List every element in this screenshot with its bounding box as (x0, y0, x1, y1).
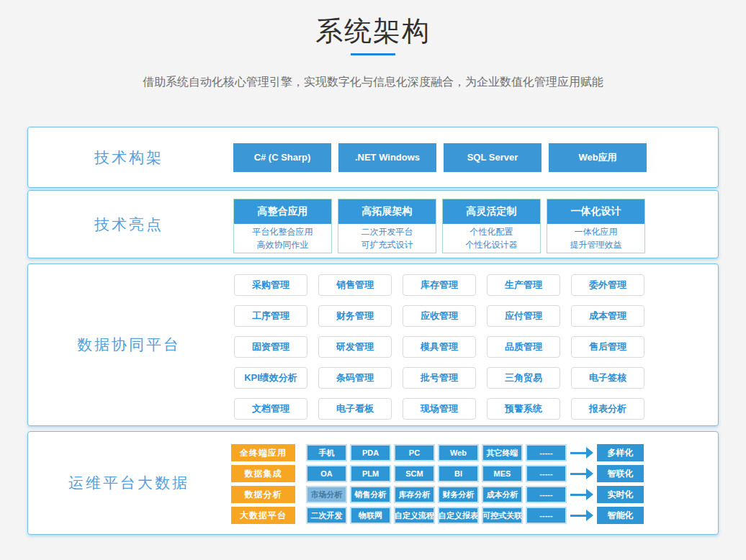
ops-item-button[interactable]: 自定义流程 (394, 507, 435, 524)
ops-result-button[interactable]: 多样化 (597, 444, 644, 461)
module-button[interactable]: 财务管理 (318, 305, 392, 327)
section-data-platform: 数据协同平台 采购管理 销售管理 库存管理 生产管理 委外管理 工序管理 财务管… (27, 263, 719, 426)
module-button[interactable]: 研发管理 (318, 336, 392, 358)
arrow-right-icon (570, 444, 594, 461)
module-button[interactable]: 工序管理 (234, 305, 307, 327)
ops-result-button[interactable]: 智联化 (597, 465, 644, 482)
highlight-card-title: 高拓展架构 (338, 199, 436, 224)
ops-item-button-more[interactable]: ----- (526, 444, 567, 461)
highlight-card-flexibility: 高灵活定制 个性化配置 个性化设计器 (442, 199, 541, 253)
module-button[interactable]: 现场管理 (403, 398, 476, 420)
ops-rows: 全终端应用 手机 PDA PC Web 其它终端 ----- 多样化 数据集成 … (231, 444, 644, 528)
module-button[interactable]: 委外管理 (571, 274, 644, 296)
module-button[interactable]: 生产管理 (487, 274, 560, 296)
ops-item-button[interactable]: OA (306, 465, 347, 482)
module-grid: 采购管理 销售管理 库存管理 生产管理 委外管理 工序管理 财务管理 应收管理 … (234, 274, 644, 420)
ops-item-button[interactable]: MES (482, 465, 523, 482)
ops-item-button[interactable]: 自定义报表 (438, 507, 479, 524)
ops-items: 二次开发 物联网 自定义流程 自定义报表 可控式关联 ----- (306, 507, 567, 524)
highlight-card-integration: 高整合应用 平台化整合应用 高效协同作业 (233, 199, 332, 253)
ops-item-button[interactable]: BI (438, 465, 479, 482)
module-button[interactable]: 采购管理 (234, 274, 307, 296)
section-highlights: 技术亮点 高整合应用 平台化整合应用 高效协同作业 高拓展架构 二次开发平台 可… (27, 190, 719, 258)
module-button[interactable]: 应收管理 (403, 305, 476, 327)
module-button[interactable]: 模具管理 (403, 336, 476, 358)
ops-item-button[interactable]: PC (394, 444, 435, 461)
module-button[interactable]: 库存管理 (403, 274, 476, 296)
ops-category-button[interactable]: 全终端应用 (231, 444, 295, 461)
ops-result-button[interactable]: 实时化 (597, 486, 644, 503)
ops-items: 手机 PDA PC Web 其它终端 ----- (306, 444, 567, 461)
ops-item-button-more[interactable]: ----- (526, 465, 567, 482)
tech-stack-label: 技术构架 (28, 127, 230, 187)
ops-item-button[interactable]: 成本分析 (482, 486, 523, 503)
ops-item-button[interactable]: 可控式关联 (482, 507, 523, 524)
highlight-card-all-in-one: 一体化设计 一体化应用 提升管理效益 (547, 199, 645, 253)
ops-item-button[interactable]: PLM (350, 465, 391, 482)
module-button[interactable]: 电子签核 (571, 367, 644, 389)
highlight-card-body: 平台化整合应用 高效协同作业 (234, 224, 331, 253)
ops-item-button[interactable]: 库存分析 (394, 486, 435, 503)
arrow-right-icon (570, 486, 594, 503)
highlight-line: 可扩充式设计 (338, 238, 436, 251)
ops-item-button[interactable]: 其它终端 (482, 444, 523, 461)
highlight-line: 个性化配置 (443, 225, 540, 238)
ops-items: 市场分析 销售分析 库存分析 财务分析 成本分析 ----- (306, 486, 567, 503)
module-button[interactable]: 电子看板 (318, 398, 392, 420)
module-button[interactable]: 三角贸易 (487, 367, 560, 389)
ops-result-button[interactable]: 智能化 (597, 507, 644, 524)
module-button[interactable]: 条码管理 (318, 367, 392, 389)
ops-item-button[interactable]: 物联网 (350, 507, 391, 524)
module-button[interactable]: 销售管理 (318, 274, 392, 296)
tech-button-sql-server[interactable]: SQL Server (444, 143, 541, 172)
tech-button-web-app[interactable]: Web应用 (549, 143, 647, 172)
page-title: 系统架构 (0, 13, 746, 50)
highlights-label: 技术亮点 (28, 191, 230, 258)
tech-stack-buttons: C# (C Sharp) .NET Windows SQL Server Web… (233, 127, 647, 187)
module-button[interactable]: 固资管理 (234, 336, 307, 358)
highlight-line: 提升管理效益 (547, 238, 644, 251)
ops-row-terminals: 全终端应用 手机 PDA PC Web 其它终端 ----- 多样化 (231, 444, 644, 461)
title-underline (351, 53, 395, 55)
ops-item-button[interactable]: 销售分析 (350, 486, 391, 503)
highlight-card-extensibility: 高拓展架构 二次开发平台 可扩充式设计 (338, 199, 436, 253)
ops-item-button-more[interactable]: ----- (526, 486, 567, 503)
module-button[interactable]: 售后管理 (571, 336, 644, 358)
highlight-card-body: 一体化应用 提升管理效益 (547, 224, 644, 253)
module-button[interactable]: 品质管理 (487, 336, 560, 358)
module-button[interactable]: 报表分析 (571, 398, 644, 420)
ops-platform-label: 运维平台大数据 (28, 432, 230, 534)
module-button[interactable]: 批号管理 (403, 367, 476, 389)
tech-button-dotnet-windows[interactable]: .NET Windows (338, 143, 436, 172)
ops-item-button[interactable]: 市场分析 (306, 486, 347, 503)
ops-item-button[interactable]: Web (438, 444, 479, 461)
ops-item-button[interactable]: SCM (394, 465, 435, 482)
ops-item-button[interactable]: 财务分析 (438, 486, 479, 503)
ops-category-button[interactable]: 数据集成 (231, 465, 295, 482)
ops-item-button-more[interactable]: ----- (526, 507, 567, 524)
ops-row-analysis: 数据分析 市场分析 销售分析 库存分析 财务分析 成本分析 ----- 实时化 (231, 486, 644, 503)
highlight-line: 二次开发平台 (338, 225, 436, 238)
highlight-card-title: 一体化设计 (547, 199, 644, 224)
section-ops-platform: 运维平台大数据 全终端应用 手机 PDA PC Web 其它终端 ----- 多… (27, 431, 719, 535)
highlight-card-title: 高整合应用 (234, 199, 331, 224)
ops-item-button[interactable]: 手机 (306, 444, 347, 461)
module-button[interactable]: 文档管理 (234, 398, 307, 420)
ops-item-button[interactable]: 二次开发 (306, 507, 347, 524)
module-button[interactable]: KPI绩效分析 (234, 367, 307, 389)
ops-item-button[interactable]: PDA (350, 444, 391, 461)
module-button[interactable]: 成本管理 (571, 305, 644, 327)
highlight-line: 一体化应用 (547, 225, 644, 238)
highlight-card-body: 个性化配置 个性化设计器 (443, 224, 540, 253)
ops-category-button[interactable]: 数据分析 (231, 486, 295, 503)
ops-row-bigdata: 大数据平台 二次开发 物联网 自定义流程 自定义报表 可控式关联 ----- 智… (231, 507, 644, 524)
tech-button-csharp[interactable]: C# (C Sharp) (233, 143, 331, 172)
ops-items: OA PLM SCM BI MES ----- (306, 465, 567, 482)
highlight-cards: 高整合应用 平台化整合应用 高效协同作业 高拓展架构 二次开发平台 可扩充式设计… (233, 199, 645, 253)
data-platform-label: 数据协同平台 (28, 264, 230, 425)
arrow-right-icon (570, 507, 594, 524)
ops-row-integration: 数据集成 OA PLM SCM BI MES ----- 智联化 (231, 465, 644, 482)
ops-category-button[interactable]: 大数据平台 (231, 507, 295, 524)
module-button[interactable]: 应付管理 (487, 305, 560, 327)
module-button[interactable]: 预警系统 (487, 398, 560, 420)
